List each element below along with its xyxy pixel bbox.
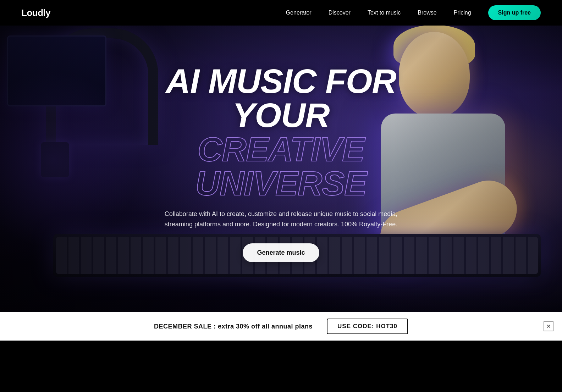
logo[interactable]: Loudly [21,7,50,18]
navbar: Loudly Generator Discover Text to music … [0,0,562,26]
nav-link-text-to-music[interactable]: Text to music [368,10,401,16]
banner-sale-text: DECEMBER SALE : extra 30% off all annual… [154,323,313,330]
promo-banner: DECEMBER SALE : extra 30% off all annual… [0,312,562,341]
hero-title-line1: AI MUSIC FOR YOUR [121,64,441,132]
hero-subtitle: Collaborate with AI to create, customize… [157,209,405,230]
nav-links: Generator Discover Text to music Browse … [286,5,541,20]
hero-section: AI MUSIC FOR YOUR CREATIVE UNIVERSE Coll… [0,0,562,312]
banner-close-button[interactable]: ✕ [544,321,553,331]
nav-link-browse[interactable]: Browse [418,10,436,16]
generate-music-button[interactable]: Generate music [243,243,319,262]
nav-link-discover[interactable]: Discover [329,10,351,16]
nav-link-pricing[interactable]: Pricing [454,10,471,16]
promo-code-button[interactable]: USE CODE: HOT30 [327,319,408,334]
nav-link-generator[interactable]: Generator [286,10,312,16]
hero-content: AI MUSIC FOR YOUR CREATIVE UNIVERSE Coll… [121,50,441,263]
signup-button[interactable]: Sign up free [488,5,541,20]
hero-title-line2: CREATIVE UNIVERSE [121,132,441,200]
